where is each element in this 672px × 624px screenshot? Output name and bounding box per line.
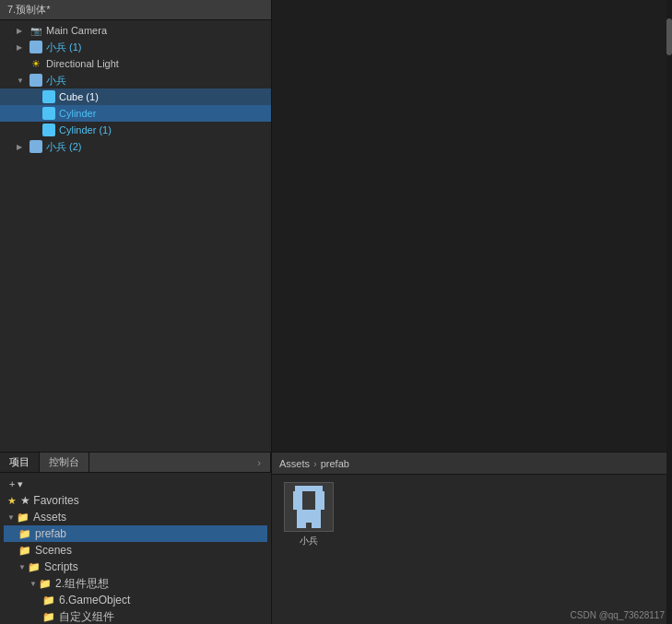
svg-rect-49: [312, 523, 321, 528]
label-cylinder1: Cylinder (1): [59, 124, 112, 135]
top-section: 7.预制体* ▶ 📷 Main Camera ▶ 小兵 (1) ▶: [0, 0, 672, 452]
tree-item-xiaobing1[interactable]: ▶ 小兵 (1): [0, 39, 271, 55]
arrow-xiaobing1: ▶: [17, 43, 28, 52]
prefab-thumbnail-svg: [286, 484, 332, 530]
label-cube1: Cube (1): [59, 91, 99, 102]
folder-scenes[interactable]: 📁 Scenes: [4, 542, 267, 559]
label-6gameobj: 6.GameObject: [59, 594, 130, 606]
folder-icon-scenes: 📁: [18, 545, 31, 557]
gameobj-icon-xiaobing-group: [29, 74, 42, 87]
svg-rect-47: [297, 510, 321, 523]
cube-icon-cylinder: [42, 107, 55, 120]
tree-item-cylinder[interactable]: ▶ Cylinder: [0, 105, 271, 122]
arrow-xiaobing-group: ▼: [17, 77, 28, 85]
folder-scripts[interactable]: ▼ 📁 Scripts: [4, 559, 267, 575]
tree-item-xiaobing2[interactable]: ▶ 小兵 (2): [0, 138, 271, 155]
folder-icon-zidingyi: 📁: [42, 611, 55, 623]
breadcrumb-sep: ›: [313, 458, 317, 469]
folder-6gameobj[interactable]: 📁 6.GameObject: [4, 592, 267, 608]
svg-rect-45: [293, 491, 302, 510]
favorites-label: ★ Favorites: [20, 494, 79, 507]
label-xiaobing1: 小兵 (1): [46, 41, 82, 54]
bottom-left-panel: 项目 控制台 › + ▾ ★ ★ Favorites ▼: [0, 453, 272, 624]
label-scripts: Scripts: [44, 560, 78, 573]
bottom-left-content: + ▾ ★ ★ Favorites ▼ 📁 Assets 📁 prefab: [0, 473, 271, 624]
breadcrumb-folder: prefab: [321, 458, 349, 469]
add-button[interactable]: + ▾: [4, 477, 267, 492]
arrow-main-camera: ▶: [17, 27, 28, 35]
svg-rect-44: [295, 486, 323, 491]
tab-project[interactable]: 项目: [0, 453, 40, 472]
cube-icon-cylinder1: [42, 124, 55, 136]
folder-prefab[interactable]: 📁 prefab: [4, 525, 267, 542]
hierarchy-title: 7.预制体*: [7, 3, 50, 17]
scroll-right-btn[interactable]: ›: [248, 453, 271, 472]
svg-rect-46: [315, 491, 324, 510]
breadcrumb-root: Assets: [279, 458, 310, 469]
folder-assets[interactable]: ▼ 📁 Assets: [4, 509, 267, 525]
folder-icon-6gameobj: 📁: [42, 595, 55, 606]
gameobj-icon-xiaobing2: [29, 140, 42, 153]
breadcrumb: Assets › prefab: [272, 453, 672, 475]
gameobj-icon-xiaobing1: [29, 41, 42, 53]
hierarchy-header: 7.预制体*: [0, 0, 271, 20]
folder-icon-scripts: 📁: [28, 561, 41, 573]
tab-console[interactable]: 控制台: [40, 453, 89, 472]
label-main-camera: Main Camera: [46, 25, 107, 36]
label-cylinder: Cylinder: [59, 108, 96, 119]
arrow-xiaobing2: ▶: [17, 143, 28, 151]
star-icon: ★: [7, 495, 17, 507]
tree-item-cube1[interactable]: ▶ Cube (1): [0, 88, 271, 105]
svg-rect-48: [297, 523, 306, 528]
label-zidingyi: 自定义组件: [59, 609, 114, 625]
cube-icon-cube1: [42, 90, 55, 103]
asset-label-xiaobing: 小兵: [300, 535, 318, 547]
asset-thumbnail-xiaobing: [284, 482, 334, 532]
scroll-thumb: [666, 18, 672, 55]
label-prefab: prefab: [35, 527, 66, 540]
light-icon: ☀: [29, 57, 42, 70]
folder-2zujian[interactable]: ▼ 📁 2.组件思想: [4, 575, 267, 592]
bottom-section: 项目 控制台 › + ▾ ★ ★ Favorites ▼: [0, 452, 672, 624]
scene-view-wrapper: ✳ 🎥 y: [272, 0, 672, 452]
asset-grid: 小兵: [272, 475, 672, 555]
favorites-item[interactable]: ★ ★ Favorites: [4, 492, 267, 509]
hierarchy-panel: 7.预制体* ▶ 📷 Main Camera ▶ 小兵 (1) ▶: [0, 0, 272, 452]
scroll-indicator[interactable]: [666, 0, 672, 624]
label-xiaobing-group: 小兵: [46, 74, 66, 88]
bottom-right-panel: Assets › prefab: [272, 453, 672, 624]
folder-icon-assets: 📁: [17, 512, 29, 524]
label-2zujian: 2.组件思想: [55, 576, 109, 592]
folder-icon-2zujian: 📁: [39, 578, 52, 590]
watermark: CSDN @qq_73628117: [571, 610, 665, 620]
bottom-tabs: 项目 控制台 ›: [0, 453, 271, 473]
label-directional-light: Directional Light: [46, 58, 119, 69]
label-scenes: Scenes: [35, 544, 72, 557]
tree-item-main-camera[interactable]: ▶ 📷 Main Camera: [0, 22, 271, 39]
folder-zidingyi[interactable]: 📁 自定义组件: [4, 608, 267, 624]
main-container: 7.预制体* ▶ 📷 Main Camera ▶ 小兵 (1) ▶: [0, 0, 672, 624]
tree-item-xiaobing-group[interactable]: ▼ 小兵: [0, 72, 271, 88]
label-xiaobing2: 小兵 (2): [46, 140, 82, 154]
hierarchy-content: ▶ 📷 Main Camera ▶ 小兵 (1) ▶ ☀ Directional…: [0, 20, 271, 452]
asset-xiaobing-prefab[interactable]: 小兵: [279, 482, 338, 547]
tree-item-directional-light[interactable]: ▶ ☀ Directional Light: [0, 55, 271, 72]
camera-icon: 📷: [29, 24, 42, 37]
tree-item-cylinder1[interactable]: ▶ Cylinder (1): [0, 122, 271, 138]
label-assets: Assets: [33, 511, 66, 524]
folder-icon-prefab: 📁: [18, 528, 31, 540]
